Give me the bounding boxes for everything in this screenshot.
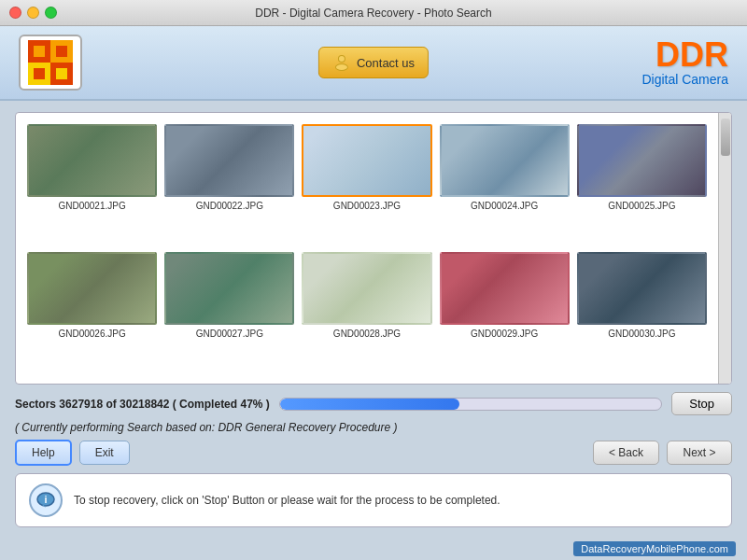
exit-button[interactable]: Exit	[79, 441, 130, 465]
photo-item[interactable]: GND00023.JPG	[302, 124, 431, 245]
photo-filename: GND00027.JPG	[196, 329, 263, 339]
window-title: DDR - Digital Camera Recovery - Photo Se…	[255, 7, 491, 20]
photo-filename: GND00023.JPG	[333, 201, 401, 211]
contact-us-button[interactable]: Contact us	[318, 47, 429, 78]
maximize-button[interactable]	[45, 7, 57, 19]
scrollbar[interactable]	[718, 113, 731, 384]
photo-filename: GND00026.JPG	[58, 329, 125, 339]
photo-filename: GND00025.JPG	[608, 201, 675, 211]
photo-item[interactable]: GND00026.JPG	[27, 252, 157, 372]
status-text: ( Currently performing Search based on: …	[15, 421, 398, 434]
footer-text: DataRecoveryMobilePhone.com	[581, 543, 728, 554]
photo-thumbnail[interactable]	[577, 124, 707, 197]
photo-grid: GND00021.JPGGND00022.JPGGND00023.JPGGND0…	[16, 113, 718, 384]
window-controls[interactable]	[9, 7, 57, 19]
photo-item[interactable]: GND00024.JPG	[440, 124, 570, 245]
speech-bubble-icon: i	[35, 490, 56, 511]
progress-row: Sectors 3627918 of 30218842 ( Completed …	[15, 392, 732, 415]
svg-rect-7	[56, 68, 67, 79]
photo-item[interactable]: GND00022.JPG	[164, 124, 294, 245]
photo-thumbnail[interactable]	[27, 252, 157, 325]
footer: DataRecoveryMobilePhone.com	[573, 541, 736, 556]
stop-button[interactable]: Stop	[671, 392, 732, 415]
photo-thumbnail[interactable]	[302, 124, 431, 197]
svg-point-11	[336, 64, 347, 70]
info-icon: i	[29, 483, 63, 517]
photo-item[interactable]: GND00025.JPG	[577, 124, 707, 245]
photo-filename: GND00022.JPG	[196, 201, 263, 211]
logo-box	[19, 35, 82, 91]
photo-thumbnail[interactable]	[27, 124, 157, 197]
svg-point-10	[339, 56, 345, 62]
photo-item[interactable]: GND00027.JPG	[164, 252, 294, 372]
info-box: i To stop recovery, click on 'Stop' Butt…	[15, 473, 732, 527]
photo-item[interactable]: GND00021.JPG	[27, 124, 157, 245]
progress-label: Sectors 3627918 of 30218842 ( Completed …	[15, 398, 270, 411]
photo-thumbnail[interactable]	[302, 252, 431, 325]
close-button[interactable]	[9, 7, 21, 19]
info-text: To stop recovery, click on 'Stop' Button…	[74, 494, 500, 507]
svg-rect-5	[56, 46, 67, 57]
progress-bar	[279, 398, 662, 411]
svg-text:i: i	[44, 494, 47, 505]
ddr-logo: DDR Digital Camera	[641, 38, 728, 87]
photo-grid-container: GND00021.JPGGND00022.JPGGND00023.JPGGND0…	[15, 112, 732, 385]
nav-row: Help Exit < Back Next >	[15, 440, 732, 466]
scroll-thumb[interactable]	[721, 119, 730, 156]
photo-filename: GND00029.JPG	[471, 329, 538, 339]
title-bar: DDR - Digital Camera Recovery - Photo Se…	[0, 0, 747, 26]
progress-fill	[280, 399, 459, 410]
photo-thumbnail[interactable]	[164, 252, 294, 325]
photo-filename: GND00030.JPG	[608, 329, 675, 339]
photo-thumbnail[interactable]	[577, 252, 707, 325]
main-content: GND00021.JPGGND00022.JPGGND00023.JPGGND0…	[0, 101, 747, 535]
svg-rect-4	[34, 46, 45, 57]
svg-rect-6	[34, 68, 45, 79]
photo-filename: GND00024.JPG	[471, 201, 538, 211]
ddr-title: DDR	[641, 38, 728, 72]
contact-icon	[332, 53, 351, 72]
photo-item[interactable]: GND00029.JPG	[440, 252, 570, 372]
help-button[interactable]: Help	[15, 440, 72, 466]
photo-item[interactable]: GND00028.JPG	[302, 252, 431, 372]
back-button[interactable]: < Back	[593, 441, 659, 465]
header: Contact us DDR Digital Camera	[0, 26, 747, 101]
status-bar: ( Currently performing Search based on: …	[15, 421, 732, 434]
next-button[interactable]: Next >	[667, 441, 732, 465]
ddr-subtitle: Digital Camera	[641, 72, 728, 87]
photo-thumbnail[interactable]	[164, 124, 294, 197]
photo-thumbnail[interactable]	[440, 252, 570, 325]
photo-item[interactable]: GND00030.JPG	[577, 252, 707, 372]
minimize-button[interactable]	[27, 7, 39, 19]
photo-thumbnail[interactable]	[440, 124, 570, 197]
photo-filename: GND00028.JPG	[333, 329, 401, 339]
photo-filename: GND00021.JPG	[58, 201, 125, 211]
logo-icon	[28, 40, 73, 85]
